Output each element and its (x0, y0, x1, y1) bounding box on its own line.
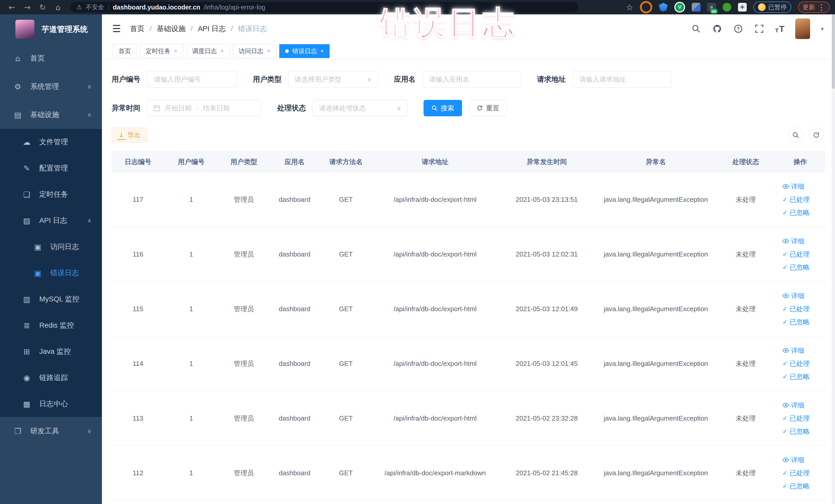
reload-icon[interactable]: ↻ (36, 3, 49, 12)
mark-ignored-link[interactable]: ✓已忽略 (782, 208, 823, 217)
sidebar-item-access-log[interactable]: ▣ 访问日志 (0, 234, 102, 260)
detail-link[interactable]: 详细 (782, 401, 823, 410)
mark-processed-link[interactable]: ✓已处理 (782, 359, 823, 368)
tab-access-log[interactable]: 访问日志× (233, 44, 276, 58)
mark-ignored-link[interactable]: ✓已忽略 (782, 263, 823, 272)
sidebar-item-dev-tools[interactable]: ❐ 研发工具 ∨ (0, 417, 102, 445)
close-icon[interactable]: × (321, 48, 324, 55)
not-secure-label[interactable]: 不安全 (86, 3, 104, 11)
close-icon[interactable]: × (221, 48, 224, 55)
extension-v-icon[interactable]: V (674, 2, 685, 13)
mark-processed-link[interactable]: ✓已处理 (782, 250, 823, 259)
sidebar-item-error-log[interactable]: ▣ 错误日志 (0, 260, 102, 286)
sidebar-item-label: 系统管理 (30, 82, 59, 92)
sidebar-item-mysql-monitor[interactable]: ▥ MySQL 监控 (0, 286, 102, 312)
profile-paused-pill[interactable]: 已暂停 (753, 2, 791, 13)
mysql-icon: ▥ (22, 295, 32, 304)
tab-home[interactable]: 首页 (113, 44, 137, 58)
sidebar-item-system-mgmt[interactable]: ⚙ 系统管理 ∨ (0, 73, 102, 101)
table-header-row: 日志编号 用户编号 用户类型 应用名 请求方法名 请求地址 异常发生时间 异常名… (111, 152, 825, 172)
user-type-select[interactable]: 请选择用户类型∨ (288, 71, 378, 87)
chevron-down-icon: ∨ (87, 83, 91, 90)
mark-processed-link[interactable]: ✓已处理 (782, 468, 823, 478)
extension-icon[interactable] (640, 1, 652, 13)
sidebar-item-tracing[interactable]: ◉ 链路追踪 (0, 365, 102, 391)
sidebar-item-home[interactable]: ⌂ 首页 (0, 44, 102, 73)
extension-leaf-icon[interactable] (722, 3, 731, 12)
breadcrumb-item[interactable]: 基础设施 (157, 24, 186, 34)
extension-grid-icon[interactable] (692, 3, 700, 12)
scrollbar-thumb[interactable] (832, 14, 835, 89)
detail-link[interactable]: 详细 (782, 237, 823, 246)
request-url-input[interactable] (579, 75, 665, 84)
detail-link[interactable]: 详细 (782, 291, 823, 300)
mark-processed-link[interactable]: ✓已处理 (782, 195, 823, 204)
extension-shield-icon[interactable] (659, 3, 668, 12)
sidebar-item-infrastructure[interactable]: ▤ 基础设施 ∧ (0, 101, 102, 129)
tab-schedule-log[interactable]: 调度日志× (186, 44, 230, 58)
refresh-button[interactable] (809, 127, 824, 142)
extension-switch-icon[interactable]: ≡on (707, 3, 716, 12)
table-row: 1141管理员dashboardGET/api/infra/db-doc/exp… (111, 336, 825, 391)
app-logo (15, 20, 34, 39)
caret-down-icon[interactable]: ▾ (821, 26, 824, 32)
breadcrumb-separator: / (150, 25, 152, 33)
tab-error-log[interactable]: 错误日志× (279, 44, 330, 58)
mark-ignored-link[interactable]: ✓已忽略 (782, 318, 823, 327)
sidebar-item-label: 配置管理 (39, 163, 68, 173)
sidebar-item-redis-monitor[interactable]: ≣ Redis 监控 (0, 312, 102, 338)
sidebar-item-java-monitor[interactable]: ⊞ Java 监控 (0, 338, 102, 365)
mark-ignored-link[interactable]: ✓已忽略 (782, 482, 823, 491)
bookmark-star-icon[interactable]: ☆ (626, 2, 633, 12)
back-icon[interactable]: ← (5, 3, 19, 12)
sidebar-item-config-mgmt[interactable]: ✎ 配置管理 (0, 155, 102, 181)
col-user-type: 用户类型 (218, 152, 269, 172)
browser-menu-icon[interactable]: ⋮ (817, 3, 825, 12)
exception-time-range-picker[interactable]: 开始日期 - 结束日期 (147, 100, 261, 116)
user-id-input[interactable] (154, 75, 230, 84)
sidebar-item-log-center[interactable]: ▦ 日志中心 (0, 391, 102, 417)
home-icon: ⌂ (13, 54, 23, 63)
export-button[interactable]: ↓ 导出 (111, 127, 148, 142)
tab-cron-jobs[interactable]: 定时任务× (140, 44, 183, 58)
breadcrumb-item[interactable]: 首页 (130, 24, 144, 34)
hamburger-icon[interactable]: ☰ (112, 23, 121, 35)
close-icon[interactable]: × (174, 48, 177, 55)
app-logo-row[interactable]: 芋道管理系统 (0, 14, 102, 44)
detail-link[interactable]: 详细 (782, 346, 823, 355)
detail-link[interactable]: 详细 (782, 456, 823, 464)
update-button[interactable]: 更新⋮ (798, 2, 830, 13)
sidebar-item-api-log[interactable]: ▨ API 日志 ∧ (0, 207, 102, 234)
forward-icon[interactable]: → (21, 3, 34, 12)
sidebar-item-file-mgmt[interactable]: ☁ 文件管理 (0, 129, 102, 155)
redis-icon: ≣ (22, 321, 32, 330)
search-icon[interactable] (691, 24, 701, 34)
sidebar-item-cron-jobs[interactable]: ❏ 定时任务 (0, 181, 102, 207)
fullscreen-icon[interactable] (754, 24, 765, 34)
mark-processed-link[interactable]: ✓已处理 (782, 414, 823, 423)
check-icon: ✓ (782, 482, 788, 490)
user-avatar[interactable] (795, 19, 810, 39)
mark-ignored-link[interactable]: ✓已忽略 (782, 427, 823, 436)
mark-ignored-link[interactable]: ✓已忽略 (782, 372, 823, 381)
toggle-search-button[interactable] (788, 127, 803, 142)
reset-button[interactable]: 重置 (469, 100, 507, 116)
mark-processed-link[interactable]: ✓已处理 (782, 304, 823, 314)
search-button[interactable]: 搜索 (424, 100, 462, 116)
sidebar-item-label: 基础设施 (30, 110, 59, 120)
extensions-puzzle-icon[interactable]: ✚ (738, 3, 747, 12)
close-icon[interactable]: × (267, 48, 270, 55)
help-icon[interactable]: ? (733, 24, 744, 34)
font-size-icon[interactable]: TT (775, 24, 785, 34)
status-text: 未处理 (716, 391, 775, 446)
user-type-label: 用户类型 (253, 75, 282, 84)
github-icon[interactable] (712, 24, 722, 34)
process-status-select[interactable]: 请选择处理状态∨ (313, 100, 408, 116)
detail-link[interactable]: 详细 (782, 182, 823, 191)
app-name-input[interactable] (429, 75, 515, 84)
table-row: 1161管理员dashboardGET/api/infra/db-doc/exp… (111, 227, 825, 282)
table-row: 1171管理员dashboardGET/api/infra/db-doc/exp… (111, 172, 825, 227)
home-icon[interactable]: ⌂ (51, 3, 65, 12)
scrollbar[interactable] (832, 14, 835, 504)
breadcrumb-item[interactable]: API 日志 (198, 24, 226, 34)
